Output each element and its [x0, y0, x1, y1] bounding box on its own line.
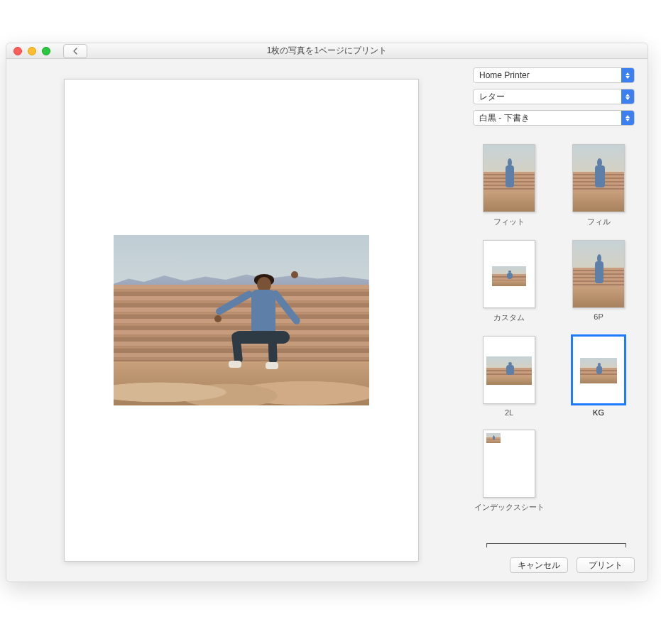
layout-option-kg[interactable]: KG [562, 336, 635, 417]
titlebar: 1枚の写真を1ページにプリント [6, 43, 648, 59]
updown-icon [621, 89, 634, 104]
print-button[interactable]: プリント [577, 557, 635, 573]
layout-option-6p[interactable]: 6P [562, 240, 635, 323]
printer-select[interactable]: Home Printer [473, 67, 635, 83]
preview-column [6, 59, 469, 582]
back-button[interactable] [63, 44, 87, 58]
zoom-window-button[interactable] [42, 47, 50, 55]
layout-thumb [483, 336, 535, 404]
layout-label: KG [593, 408, 604, 417]
window-controls [6, 47, 50, 55]
layout-thumb [572, 144, 625, 212]
quality-value: 白黒 - 下書き [473, 110, 635, 126]
print-dialog-window: 1枚の写真を1ページにプリント [6, 43, 648, 582]
paper-size-value: レター [473, 89, 635, 104]
layout-thumb [572, 240, 625, 308]
close-window-button[interactable] [13, 47, 22, 55]
updown-icon [621, 68, 634, 82]
layout-option-custom[interactable]: カスタム [473, 240, 545, 323]
layout-thumb [483, 144, 535, 212]
window-title: 1枚の写真を1ページにプリント [6, 45, 648, 57]
layout-option-fit[interactable]: フィット [473, 144, 545, 227]
layout-thumb [483, 240, 535, 308]
layout-option-2l[interactable]: 2L [473, 336, 545, 417]
dialog-footer: キャンセル プリント [473, 546, 635, 573]
layout-grid: フィット フィル カスタム [473, 144, 635, 513]
sidebar: Home Printer レター 白黒 - 下書き フ [469, 59, 648, 582]
callout-line-bottom [555, 582, 555, 582]
layout-label: フィット [493, 217, 525, 227]
layout-label: インデックスシート [474, 502, 545, 513]
minimize-window-button[interactable] [28, 47, 36, 55]
layout-label: フィル [587, 217, 611, 227]
dialog-body: Home Printer レター 白黒 - 下書き フ [6, 59, 648, 582]
updown-icon [621, 111, 634, 125]
quality-select[interactable]: 白黒 - 下書き [473, 110, 635, 126]
paper-size-select[interactable]: レター [473, 89, 635, 104]
layout-label: 2L [505, 408, 513, 417]
layout-option-fill[interactable]: フィル [562, 144, 635, 227]
layout-label: カスタム [493, 312, 525, 323]
layout-thumb [572, 336, 625, 404]
layout-option-index-sheet[interactable]: インデックスシート [473, 430, 545, 513]
printer-select-value: Home Printer [473, 67, 635, 83]
layout-label: 6P [594, 312, 603, 321]
callout-bracket [486, 543, 626, 547]
photo-preview [114, 235, 369, 405]
chevron-left-icon [72, 48, 78, 55]
page-preview [64, 79, 419, 562]
layout-thumb [483, 430, 535, 498]
cancel-button[interactable]: キャンセル [510, 557, 568, 573]
